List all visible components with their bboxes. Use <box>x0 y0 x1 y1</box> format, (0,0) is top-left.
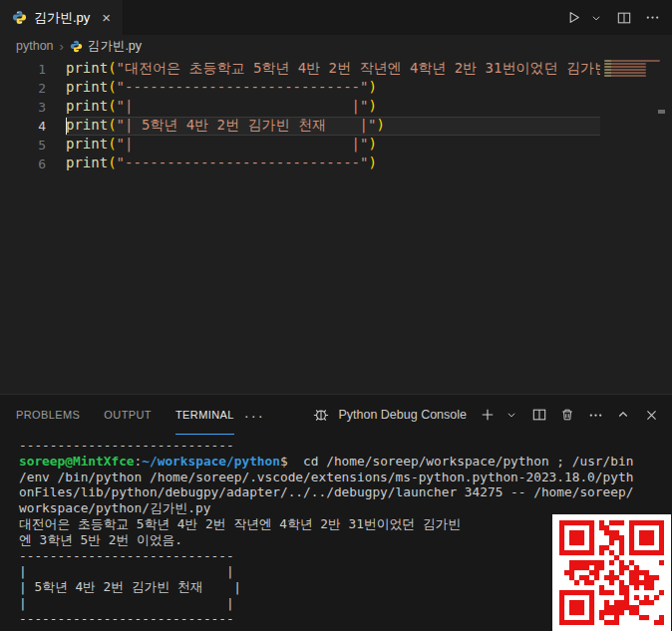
breadcrumb-folder[interactable]: python <box>16 39 54 53</box>
minimap-line <box>604 69 646 71</box>
minimap-line <box>604 75 646 77</box>
terminal-row: /env /bin/python /home/soreep/.vscode/ex… <box>19 470 672 485</box>
code-line[interactable]: print("대전어은 초등학교 5학년 4반 2번 작년엔 4학년 2반 31… <box>66 60 600 79</box>
panel-more-actions-button[interactable] <box>584 404 606 426</box>
code-area[interactable]: print("대전어은 초등학교 5학년 4반 2번 작년엔 4학년 2반 31… <box>66 60 600 173</box>
minimap-line <box>604 72 646 74</box>
panel-tab-terminal[interactable]: TERMINAL <box>175 395 234 435</box>
qr-code <box>552 514 671 631</box>
tab-bar-empty-space <box>124 0 566 35</box>
python-file-icon <box>70 40 83 53</box>
tab-label: 김가빈.py <box>34 9 90 27</box>
minimap[interactable] <box>604 60 662 78</box>
split-terminal-button[interactable] <box>528 404 550 426</box>
editor-scrollbar[interactable] <box>662 57 672 394</box>
tab-kimgabin-py[interactable]: 김가빈.py × <box>0 0 124 35</box>
new-terminal-button[interactable] <box>477 404 499 426</box>
debug-console-icon <box>310 404 332 426</box>
breadcrumb-separator: › <box>60 39 64 54</box>
overview-ruler-mark <box>658 110 665 114</box>
qr-code-image <box>559 520 664 625</box>
run-dropdown-chevron-icon[interactable] <box>591 13 601 23</box>
panel-tabs: PROBLEMSOUTPUTTERMINAL <box>16 395 234 435</box>
line-number: 5 <box>0 136 46 155</box>
minimap-line <box>604 63 646 65</box>
more-actions-button[interactable] <box>645 10 660 25</box>
line-number: 1 <box>0 60 46 79</box>
code-line[interactable]: print("----------------------------") <box>66 155 600 173</box>
editor-tab-bar: 김가빈.py × <box>0 0 672 35</box>
split-editor-button[interactable] <box>617 11 631 25</box>
terminal-dropdown-chevron-icon[interactable] <box>501 404 522 426</box>
terminal-row: soreep@MintXfce:~/workspace/python$ cd /… <box>19 454 672 470</box>
line-number: 4 <box>0 117 46 136</box>
code-line[interactable]: print("| |") <box>66 98 600 117</box>
code-editor[interactable]: 123456 print("대전어은 초등학교 5학년 4반 2번 작년엔 4학… <box>0 57 672 394</box>
tab-close-icon[interactable]: × <box>102 10 111 25</box>
terminal-row: onFiles/lib/python/debugpy/adapter/../..… <box>19 484 672 500</box>
panel-tabs-more-button[interactable]: ··· <box>244 407 265 424</box>
code-line[interactable]: print("| |") <box>66 136 600 155</box>
kill-terminal-button[interactable] <box>556 404 578 426</box>
breadcrumb: python › 김가빈.py <box>0 35 672 57</box>
active-terminal-label[interactable]: Python Debug Console <box>338 408 467 422</box>
panel-header: PROBLEMSOUTPUTTERMINAL ··· Python Debug … <box>0 395 672 435</box>
line-number-gutter[interactable]: 123456 <box>0 60 46 173</box>
terminal-row: ---------------------------- <box>19 438 672 454</box>
editor-actions <box>566 0 672 35</box>
run-button[interactable] <box>566 10 581 25</box>
code-line[interactable]: print("| 5학년 4반 2번 김가빈 천재 |") <box>66 117 600 136</box>
breadcrumb-file[interactable]: 김가빈.py <box>70 38 142 55</box>
minimap-line <box>604 66 646 68</box>
minimap-line <box>604 60 660 62</box>
maximize-panel-chevron-up-icon[interactable] <box>612 404 634 426</box>
panel-tab-problems[interactable]: PROBLEMS <box>16 395 80 435</box>
panel-tab-output[interactable]: OUTPUT <box>104 395 152 435</box>
line-number: 2 <box>0 79 46 98</box>
close-panel-icon[interactable] <box>640 404 662 426</box>
text-cursor <box>66 118 67 135</box>
line-number: 6 <box>0 155 46 173</box>
code-line[interactable]: print("----------------------------") <box>66 79 600 98</box>
line-number: 3 <box>0 98 46 117</box>
python-file-icon <box>12 10 27 25</box>
panel-controls: Python Debug Console <box>310 404 662 426</box>
